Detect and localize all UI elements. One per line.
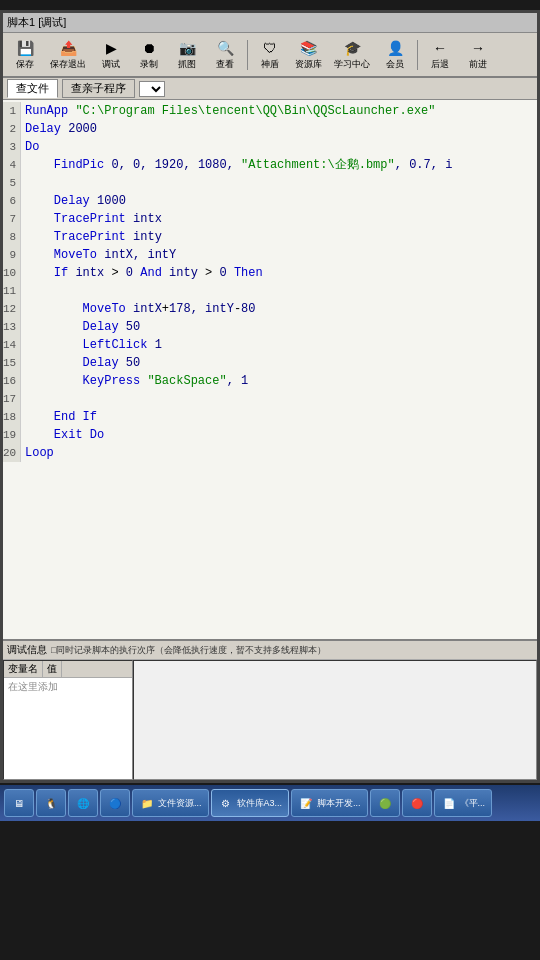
watch-left: 变量名 值 在这里添加 (3, 660, 133, 780)
tab-child-program[interactable]: 查亲子程序 (62, 79, 135, 98)
child-program-dropdown[interactable] (139, 81, 165, 97)
taskbar-btn-green[interactable]: 🟢 (370, 789, 400, 817)
watch-hint: 在这里添加 (4, 678, 132, 696)
tab-text-file[interactable]: 查文件 (7, 79, 58, 98)
library-button[interactable]: 📚 资源库 (290, 35, 327, 74)
save-exit-button[interactable]: 📤 保存退出 (45, 35, 91, 74)
taskbar-software-label: 软件库A3... (237, 797, 283, 810)
code-line-9: 9 MoveTo intX, intY (3, 246, 537, 264)
code-line-16: 16 KeyPress "BackSpace", 1 (3, 372, 537, 390)
debug-button[interactable]: ▶ 调试 (93, 35, 129, 74)
watch-col-name: 变量名 (4, 661, 43, 677)
debug-info-label: 调试信息 (7, 643, 47, 657)
debug-checkbox-label: □同时记录脚本的执行次序（会降低执行速度，暂不支持多线程脚本） (51, 644, 326, 657)
library-icon: 📚 (299, 38, 319, 58)
toolbar: 💾 保存 📤 保存退出 ▶ 调试 ⏺ 录制 📷 抓图 (3, 33, 537, 78)
taskbar-btn-qq[interactable]: 🐧 (36, 789, 66, 817)
debug-bar: 调试信息 □同时记录脚本的执行次序（会降低执行速度，暂不支持多线程脚本） (3, 641, 537, 660)
code-line-11: 11 (3, 282, 537, 300)
taskbar-btn-doc[interactable]: 📄 《平... (434, 789, 493, 817)
taskbar: 🖥 🐧 🌐 🔵 📁 文件资源... ⚙ 软件库A3... 📝 脚本开发... 🟢… (0, 785, 540, 821)
watch-header: 变量名 值 (4, 661, 132, 678)
software-icon: ⚙ (218, 795, 234, 811)
code-line-20: 20 Loop (3, 444, 537, 462)
code-line-18: 18 End If (3, 408, 537, 426)
taskbar-btn-files[interactable]: 📁 文件资源... (132, 789, 209, 817)
code-line-7: 7 TracePrint intx (3, 210, 537, 228)
watch-right (133, 660, 537, 780)
find-icon: 🔍 (215, 38, 235, 58)
record-icon: ⏺ (139, 38, 159, 58)
taskbar-btn-red[interactable]: 🔴 (402, 789, 432, 817)
taskbar-btn-web[interactable]: 🌐 (68, 789, 98, 817)
sub-toolbar: 查文件 查亲子程序 (3, 78, 537, 100)
taskbar-btn-software[interactable]: ⚙ 软件库A3... (211, 789, 290, 817)
web-icon: 🌐 (75, 795, 91, 811)
code-line-5: 5 (3, 174, 537, 192)
code-line-14: 14 LeftClick 1 (3, 336, 537, 354)
toolbar-group-main: 💾 保存 📤 保存退出 ▶ 调试 ⏺ 录制 📷 抓图 (7, 35, 496, 74)
save-icon: 💾 (15, 38, 35, 58)
forward-icon: → (468, 38, 488, 58)
back-button[interactable]: ← 后退 (422, 35, 458, 74)
code-line-4: 4 FindPic 0, 0, 1920, 1080, "Attachment:… (3, 156, 537, 174)
toolbar-sep-2 (417, 40, 418, 70)
code-line-10: 10 If intx > 0 And inty > 0 Then (3, 264, 537, 282)
blue-icon: 🔵 (107, 795, 123, 811)
forward-button[interactable]: → 前进 (460, 35, 496, 74)
toolbar-sep-1 (247, 40, 248, 70)
bottom-base (0, 821, 540, 960)
code-line-1: 1 RunApp "C:\Program Files\tencent\QQ\Bi… (3, 102, 537, 120)
code-content: 1 RunApp "C:\Program Files\tencent\QQ\Bi… (3, 100, 537, 639)
script-icon: 📝 (298, 795, 314, 811)
green-icon: 🟢 (377, 795, 393, 811)
learn-icon: 🎓 (342, 38, 362, 58)
qq-icon: 🐧 (43, 795, 59, 811)
save-exit-icon: 📤 (58, 38, 78, 58)
code-line-6: 6 Delay 1000 (3, 192, 537, 210)
monitor: 脚本1 [调试] 💾 保存 📤 保存退出 ▶ 调试 ⏺ 录制 (0, 10, 540, 783)
doc-icon: 📄 (441, 795, 457, 811)
taskbar-btn-browse[interactable]: 🖥 (4, 789, 34, 817)
code-line-15: 15 Delay 50 (3, 354, 537, 372)
learn-button[interactable]: 🎓 学习中心 (329, 35, 375, 74)
find-button[interactable]: 🔍 查看 (207, 35, 243, 74)
code-line-2: 2 Delay 2000 (3, 120, 537, 138)
red-icon: 🔴 (409, 795, 425, 811)
code-line-3: 3 Do (3, 138, 537, 156)
code-line-19: 19 Exit Do (3, 426, 537, 444)
shield-icon: 🛡 (260, 38, 280, 58)
taskbar-btn-script[interactable]: 📝 脚本开发... (291, 789, 368, 817)
code-line-17: 17 (3, 390, 537, 408)
taskbar-doc-label: 《平... (460, 797, 486, 810)
member-icon: 👤 (385, 38, 405, 58)
member-button[interactable]: 👤 会员 (377, 35, 413, 74)
bottom-panel: 调试信息 □同时记录脚本的执行次序（会降低执行速度，暂不支持多线程脚本） 变量名… (3, 639, 537, 780)
browse-icon: 🖥 (11, 795, 27, 811)
title-text: 脚本1 [调试] (7, 16, 66, 28)
code-line-8: 8 TracePrint inty (3, 228, 537, 246)
grab-button[interactable]: 📷 抓图 (169, 35, 205, 74)
title-bar: 脚本1 [调试] (3, 13, 537, 33)
watch-panel: 变量名 值 在这里添加 (3, 660, 537, 780)
files-icon: 📁 (139, 795, 155, 811)
taskbar-script-label: 脚本开发... (317, 797, 361, 810)
grab-icon: 📷 (177, 38, 197, 58)
code-line-13: 13 Delay 50 (3, 318, 537, 336)
shield-button[interactable]: 🛡 神盾 (252, 35, 288, 74)
code-area[interactable]: 1 RunApp "C:\Program Files\tencent\QQ\Bi… (3, 100, 537, 639)
record-button[interactable]: ⏺ 录制 (131, 35, 167, 74)
screen: 脚本1 [调试] 💾 保存 📤 保存退出 ▶ 调试 ⏺ 录制 (3, 13, 537, 780)
taskbar-files-label: 文件资源... (158, 797, 202, 810)
save-button[interactable]: 💾 保存 (7, 35, 43, 74)
back-icon: ← (430, 38, 450, 58)
taskbar-btn-blue[interactable]: 🔵 (100, 789, 130, 817)
debug-icon: ▶ (101, 38, 121, 58)
watch-col-value: 值 (43, 661, 62, 677)
code-line-12: 12 MoveTo intX+178, intY-80 (3, 300, 537, 318)
